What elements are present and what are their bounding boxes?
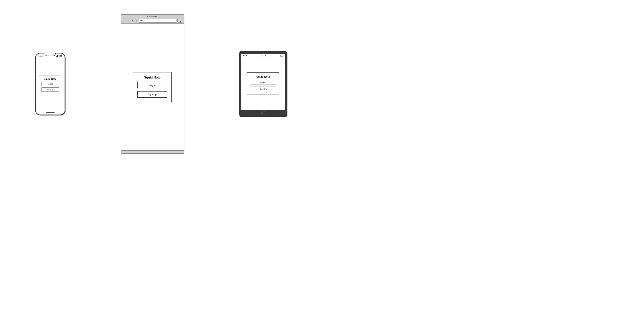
browser-content: Squid Note Log In Sign Up (121, 24, 184, 150)
browser-statusbar: ⌗ (121, 150, 184, 153)
battery-icon (60, 55, 63, 57)
tablet-status-left: iPad ≋ (243, 55, 247, 56)
tablet-app-title: Squid Note (256, 75, 270, 78)
tablet-time: 10:34 AM (261, 55, 266, 56)
browser-mockup: A Web Page ← → ✕ ⌂ Squid Note Log In Sig… (121, 14, 184, 154)
phone-home-indicator (46, 112, 55, 113)
tablet-login-button[interactable]: Log In (250, 80, 276, 85)
signal-icon (56, 55, 58, 57)
browser-title: A Web Page (121, 15, 184, 18)
phone-app-title: Squid Note (44, 78, 56, 80)
phone-screen: Squid Note Log In Sign Up (36, 57, 65, 112)
browser-stop-button[interactable]: ✕ (130, 19, 134, 22)
tablet-home-button[interactable] (261, 111, 265, 115)
tablet-signup-button[interactable]: Sign Up (250, 87, 276, 91)
phone-notch (45, 53, 56, 56)
tablet-mockup: iPad ≋ 10:34 AM Squid Note Log In Sign U… (239, 51, 287, 117)
browser-address-input[interactable] (139, 19, 177, 22)
phone-login-card: Squid Note Log In Sign Up (39, 76, 61, 94)
browser-search-button[interactable] (178, 19, 182, 22)
browser-home-button[interactable]: ⌂ (135, 19, 138, 22)
tablet-login-card: Squid Note Log In Sign Up (247, 72, 279, 94)
phone-frame: 09:52 AM ≋ Squid Note Log In Sign Up (35, 53, 66, 115)
browser-app-title: Squid Note (144, 76, 160, 79)
search-icon (179, 20, 181, 22)
tablet-status-bar: iPad ≋ 10:34 AM (241, 54, 285, 57)
tablet-camera (263, 53, 264, 54)
browser-signup-button[interactable]: Sign Up (137, 91, 167, 98)
browser-toolbar: ← → ✕ ⌂ (121, 18, 184, 23)
wifi-icon: ≋ (58, 55, 59, 57)
phone-time: 09:52 AM (38, 55, 43, 57)
phone-signup-button[interactable]: Sign Up (42, 87, 59, 92)
browser-login-button[interactable]: Log In (137, 82, 167, 88)
browser-chrome: A Web Page ← → ✕ ⌂ (121, 15, 184, 24)
tablet-wifi-icon: ≋ (246, 55, 247, 56)
svg-line-1 (180, 21, 181, 22)
tablet-battery-icon (280, 55, 284, 56)
tablet-brand: iPad (243, 55, 246, 56)
phone-login-button[interactable]: Log In (42, 82, 59, 86)
tablet-home-inner-icon (262, 112, 264, 114)
browser-login-card: Squid Note Log In Sign Up (133, 72, 172, 102)
browser-forward-button[interactable]: → (126, 19, 130, 22)
phone-mockup: 09:52 AM ≋ Squid Note Log In Sign Up (35, 53, 66, 115)
tablet-screen-content: Squid Note Log In Sign Up (241, 57, 285, 110)
browser-back-button[interactable]: ← (122, 19, 126, 22)
phone-status-icons: ≋ (56, 55, 63, 57)
svg-point-0 (179, 20, 180, 21)
browser-statusbar-icon: ⌗ (182, 151, 182, 153)
tablet-screen: iPad ≋ 10:34 AM Squid Note Log In Sign U… (241, 54, 285, 110)
